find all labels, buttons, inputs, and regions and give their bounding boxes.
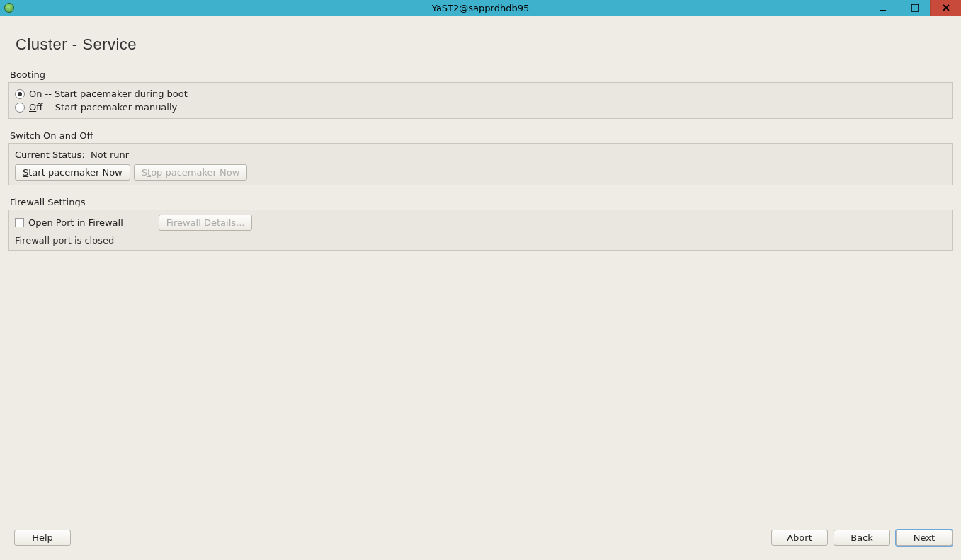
- booting-group: On -- Start pacemaker during boot Off --…: [8, 82, 953, 119]
- svg-rect-0: [880, 10, 886, 11]
- booting-section-label: Booting: [10, 69, 953, 80]
- firewall-status-text: Firewall port is closed: [15, 235, 946, 246]
- window-controls: [868, 0, 961, 16]
- page-title: Cluster - Service: [16, 35, 954, 54]
- abort-button[interactable]: Abort: [771, 530, 828, 546]
- close-button[interactable]: [930, 0, 961, 16]
- content-area: Booting On -- Start pacemaker during boo…: [7, 69, 954, 251]
- switch-section-label: Switch On and Off: [10, 130, 953, 141]
- booting-radio-on-row[interactable]: On -- Start pacemaker during boot: [15, 87, 946, 101]
- maximize-button[interactable]: [899, 0, 930, 16]
- firewall-open-line: Open Port in Firewall Firewall Details..…: [15, 215, 946, 231]
- window-titlebar: YaST2@sapprdhdb95: [0, 0, 961, 16]
- booting-radio-off-row[interactable]: Off -- Start pacemaker manually: [15, 101, 946, 114]
- booting-radio-on[interactable]: [15, 89, 25, 99]
- booting-radio-off[interactable]: [15, 103, 25, 113]
- switch-status-value: Not runr: [91, 149, 129, 160]
- bottom-button-bar: Help Abort Back Next: [8, 530, 953, 546]
- help-button[interactable]: Help: [14, 530, 71, 546]
- switch-status-label: Current Status:: [15, 149, 85, 160]
- open-port-checkbox-row[interactable]: Open Port in Firewall: [15, 217, 123, 228]
- switch-button-row: Start pacemaker Now Stop pacemaker Now: [15, 164, 946, 181]
- stop-pacemaker-button: Stop pacemaker Now: [134, 164, 248, 181]
- booting-radio-on-label: On -- Start pacemaker during boot: [29, 88, 188, 99]
- app-body: Cluster - Service Booting On -- Start pa…: [0, 16, 961, 560]
- firewall-group: Open Port in Firewall Firewall Details..…: [8, 210, 953, 251]
- firewall-section-label: Firewall Settings: [10, 197, 953, 207]
- start-pacemaker-button[interactable]: Start pacemaker Now: [15, 164, 130, 181]
- switch-group: Current Status: Not runr Start pacemaker…: [8, 143, 953, 185]
- booting-radio-off-label: Off -- Start pacemaker manually: [29, 102, 177, 113]
- open-port-checkbox[interactable]: [15, 218, 24, 227]
- minimize-button[interactable]: [868, 0, 899, 16]
- firewall-details-button: Firewall Details...: [159, 215, 253, 231]
- switch-status-line: Current Status: Not runr: [15, 148, 946, 164]
- yast-app-icon: [4, 3, 14, 13]
- inner-panel: Cluster - Service Booting On -- Start pa…: [7, 23, 954, 553]
- next-button[interactable]: Next: [896, 530, 953, 546]
- back-button[interactable]: Back: [834, 530, 890, 546]
- open-port-label: Open Port in Firewall: [28, 217, 123, 228]
- svg-rect-1: [911, 4, 919, 11]
- window-title: YaST2@sapprdhdb95: [0, 3, 961, 13]
